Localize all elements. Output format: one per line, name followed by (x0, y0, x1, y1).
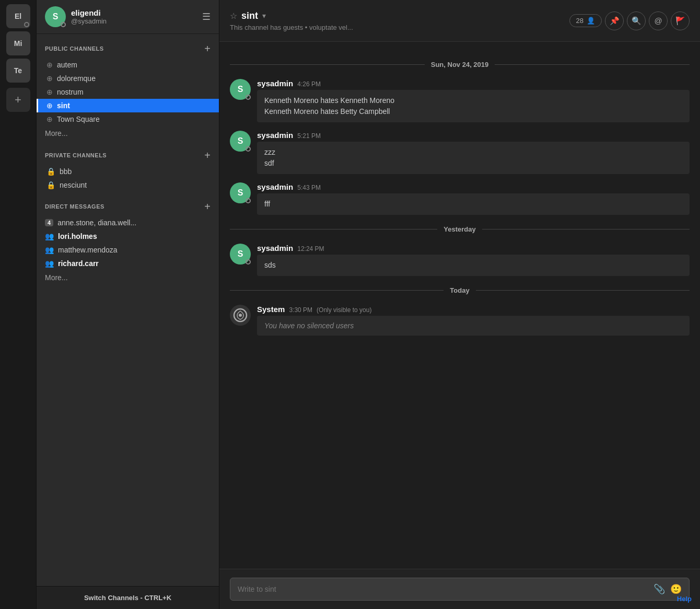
message-time: 5:21 PM (297, 132, 321, 140)
status-dot (246, 198, 251, 203)
system-message-text: You have no silenced users (264, 321, 354, 330)
members-button[interactable]: 28 👤 (569, 14, 602, 27)
switch-channels-footer[interactable]: Switch Channels - CTRL+K (37, 586, 219, 609)
channel-item-town-square[interactable]: ⊕ Town Square (37, 112, 219, 126)
status-dot (246, 95, 251, 100)
message-content: Kenneth Moreno hates Kenneth Moreno Kenn… (257, 90, 690, 122)
avatar: S (45, 6, 66, 27)
message-line: Kenneth Moreno hates Kenneth Moreno (264, 95, 682, 106)
channel-name: Town Square (57, 115, 100, 123)
channel-name: nesciunt (60, 181, 87, 189)
sidebar-content: PUBLIC CHANNELS + ⊕ autem ⊕ doloremque ⊕… (37, 34, 219, 586)
avatar: S (230, 182, 251, 203)
add-public-channel-button[interactable]: + (204, 43, 211, 54)
help-link[interactable]: Help (677, 595, 692, 603)
date-label: Sun, Nov 24, 2019 (431, 61, 489, 68)
message-meta: sysadmin 12:24 PM (257, 244, 690, 252)
message-body: sysadmin 5:21 PM zzz sdf (257, 131, 690, 174)
date-label: Yesterday (444, 225, 475, 233)
dm-more[interactable]: More... (37, 270, 219, 285)
message-text: fff (264, 199, 682, 210)
sidebar: S eligendi @sysadmin ☰ PUBLIC CHANNELS +… (37, 0, 219, 609)
rail-item-el[interactable]: El (6, 4, 30, 28)
message-line: Kenneth Moreno hates Betty Campbell (264, 106, 682, 117)
message-meta: sysadmin 5:43 PM (257, 182, 690, 191)
dm-item-matthew[interactable]: 👥 matthew.mendoza (37, 243, 219, 257)
channel-item-doloremque[interactable]: ⊕ doloremque (37, 72, 219, 85)
message-text: sds (264, 260, 682, 271)
message-input[interactable] (238, 585, 648, 593)
message-meta: sysadmin 5:21 PM (257, 131, 690, 140)
rail-item-te[interactable]: Te (6, 59, 30, 83)
main-content: ☆ sint ▾ This channel has guests • volup… (219, 0, 700, 609)
header-actions: 28 👤 📌 🔍 @ 🚩 (569, 12, 690, 30)
search-button[interactable]: 🔍 (627, 12, 646, 30)
globe-icon: ⊕ (46, 61, 53, 69)
dm-name: lori.holmes (58, 232, 97, 240)
rail-item-mi[interactable]: Mi (6, 31, 30, 55)
divider-line (476, 290, 690, 291)
add-direct-message-button[interactable]: + (204, 201, 211, 212)
message-body: sysadmin 12:24 PM sds (257, 244, 690, 276)
avatar: S (230, 131, 251, 152)
globe-icon: ⊕ (46, 101, 53, 110)
channel-name: bbb (60, 167, 72, 176)
channel-item-nostrum[interactable]: ⊕ nostrum (37, 85, 219, 99)
message-author: sysadmin (257, 131, 293, 140)
dm-item-anne-diana[interactable]: 4 anne.stone, diana.well... (37, 216, 219, 229)
visible-only-label: (Only visible to you) (317, 306, 371, 314)
channel-description: This channel has guests • voluptate vel.… (230, 24, 563, 31)
user-handle: @sysadmin (71, 17, 197, 25)
message-line: fff (264, 199, 682, 210)
avatar: S (230, 244, 251, 265)
people-icon: 👥 (45, 259, 54, 268)
direct-messages-section-header: DIRECT MESSAGES + (37, 192, 219, 216)
message-content: sds (257, 255, 690, 276)
message-author: sysadmin (257, 244, 293, 252)
menu-button[interactable]: ☰ (202, 11, 211, 22)
message-line: sds (264, 260, 682, 271)
message-group: S sysadmin 5:21 PM zzz sdf (230, 131, 690, 174)
lock-icon: 🔒 (46, 167, 55, 176)
message-author: sysadmin (257, 79, 293, 88)
user-info: eligendi @sysadmin (71, 8, 197, 25)
public-channels-more[interactable]: More... (37, 126, 219, 141)
status-dot (246, 259, 251, 265)
mention-button[interactable]: @ (649, 12, 668, 30)
message-time: 3:30 PM (289, 306, 312, 314)
channel-title: sint (241, 10, 258, 21)
avatar: S (230, 79, 251, 100)
channel-item-nesciunt[interactable]: 🔒 nesciunt (37, 178, 219, 192)
chevron-down-icon[interactable]: ▾ (262, 12, 266, 20)
add-private-channel-button[interactable]: + (204, 150, 211, 160)
date-divider-today: Today (230, 286, 690, 294)
channel-item-sint[interactable]: ⊕ sint (37, 99, 219, 112)
dm-item-richard[interactable]: 👥 richard.carr (37, 257, 219, 270)
message-body: System 3:30 PM (Only visible to you) You… (257, 305, 690, 336)
rail-initials: Te (14, 66, 22, 75)
flag-button[interactable]: 🚩 (671, 12, 690, 30)
private-channels-label: PRIVATE CHANNELS (45, 152, 107, 158)
message-author: sysadmin (257, 182, 293, 191)
channel-item-bbb[interactable]: 🔒 bbb (37, 165, 219, 178)
lock-icon: 🔒 (46, 181, 55, 189)
channel-name-row: ☆ sint ▾ (230, 10, 563, 21)
channel-header: ☆ sint ▾ This channel has guests • volup… (219, 0, 700, 42)
dm-item-lori[interactable]: 👥 lori.holmes (37, 229, 219, 243)
rail-initials: Mi (14, 39, 22, 48)
globe-icon: ⊕ (46, 88, 53, 96)
message-group: S sysadmin 12:24 PM sds (230, 244, 690, 276)
message-body: sysadmin 4:26 PM Kenneth Moreno hates Ke… (257, 79, 690, 122)
icon-rail: El Mi Te + (0, 0, 37, 609)
date-divider-nov24: Sun, Nov 24, 2019 (230, 61, 690, 68)
message-text: Kenneth Moreno hates Kenneth Moreno Kenn… (264, 95, 682, 117)
attachment-icon[interactable]: 📎 (654, 583, 665, 595)
channel-item-autem[interactable]: ⊕ autem (37, 58, 219, 72)
pin-button[interactable]: 📌 (605, 12, 624, 30)
message-group: S sysadmin 5:43 PM fff (230, 182, 690, 215)
emoji-icon[interactable]: 🙂 (670, 583, 682, 595)
star-icon[interactable]: ☆ (230, 11, 237, 21)
message-time: 12:24 PM (297, 245, 324, 252)
rail-add-button[interactable]: + (6, 88, 30, 112)
svg-point-1 (239, 314, 242, 317)
